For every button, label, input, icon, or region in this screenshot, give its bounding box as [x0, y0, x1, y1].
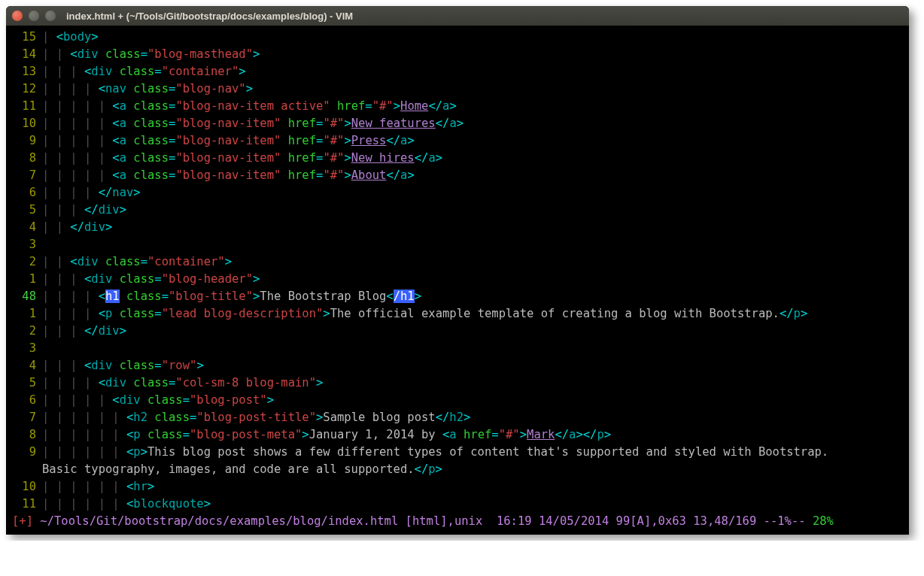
code-line[interactable]: 4| | | <div class="row"> [6, 357, 909, 374]
code-content: | | </div> [42, 219, 909, 236]
line-number: 1 [6, 305, 42, 323]
code-content: | | | | <h1 class="blog-title">The Boots… [42, 288, 909, 305]
line-number: 5 [6, 202, 42, 219]
datetime: 16:19 14/05/2014 [497, 514, 609, 528]
code-line[interactable]: 8| | | | | | <p class="blog-post-meta">J… [6, 426, 909, 444]
code-line[interactable]: Basic typography, images, and code are a… [6, 461, 909, 478]
line-number: 12 [6, 80, 42, 98]
line-number: 9 [6, 132, 42, 150]
code-line[interactable]: 6| | | | | <div class="blog-post"> [6, 392, 909, 409]
line-number: 8 [6, 426, 42, 444]
line-number: 2 [6, 323, 42, 340]
code-line[interactable]: 15| <body> [6, 29, 909, 46]
status-line: [+] ~/Tools/Git/bootstrap/docs/examples/… [6, 513, 909, 530]
code-line[interactable]: 48| | | | <h1 class="blog-title">The Boo… [6, 288, 909, 305]
code-line[interactable]: 5| | | | <div class="col-sm-8 blog-main"… [6, 374, 909, 392]
line-number: 8 [6, 150, 42, 167]
code-content: | | <div class="container"> [42, 253, 909, 271]
code-line[interactable]: 12| | | | <nav class="blog-nav"> [6, 80, 909, 98]
code-content: | | | | </nav> [42, 184, 909, 202]
code-line[interactable]: 7| | | | | <a class="blog-nav-item" href… [6, 167, 909, 184]
percent-1: --1%-- [764, 514, 806, 528]
line-number: 6 [6, 184, 42, 202]
code-content: | | | | | <a class="blog-nav-item active… [42, 98, 909, 115]
code-line[interactable]: 13| | | <div class="container"> [6, 63, 909, 80]
code-content: | | | | | <a class="blog-nav-item" href=… [42, 115, 909, 132]
line-number: 4 [6, 219, 42, 236]
code-content: | | | | <p class="lead blog-description"… [42, 305, 909, 323]
code-line[interactable]: 10| | | | | | <hr> [6, 478, 909, 496]
code-line[interactable]: 7| | | | | | <h2 class="blog-post-title"… [6, 409, 909, 426]
percent-2: 28% [813, 514, 834, 528]
line-number: 7 [6, 167, 42, 184]
code-content: | | | | <nav class="blog-nav"> [42, 80, 909, 98]
code-content [42, 236, 909, 253]
line-number: 48 [6, 288, 42, 305]
cursor-info: 99[A],0x63 13,48/169 [616, 514, 757, 528]
line-number: 5 [6, 374, 42, 392]
line-number: 11 [6, 98, 42, 115]
code-content: | | | | | | <h2 class="blog-post-title">… [42, 409, 909, 426]
code-line[interactable]: 8| | | | | <a class="blog-nav-item" href… [6, 150, 909, 167]
code-line[interactable]: 3 [6, 340, 909, 357]
code-content: | | | <div class="blog-header"> [42, 271, 909, 288]
code-content [42, 340, 909, 357]
code-line[interactable]: 9| | | | | | <p>This blog post shows a f… [6, 444, 909, 461]
line-number: 10 [6, 478, 42, 496]
code-content: | | | | | | <blockquote> [42, 496, 909, 513]
code-line[interactable]: 1| | | | <p class="lead blog-description… [6, 305, 909, 323]
line-number: 3 [6, 340, 42, 357]
code-line[interactable]: 2| | | </div> [6, 323, 909, 340]
line-number: 11 [6, 496, 42, 513]
code-content: | | | | | | <p class="blog-post-meta">Ja… [42, 426, 909, 444]
code-line[interactable]: 6| | | | </nav> [6, 184, 909, 202]
code-content: | | | </div> [42, 323, 909, 340]
modified-flag: [+] [12, 514, 33, 528]
window-title: index.html + (~/Tools/Git/bootstrap/docs… [66, 11, 353, 22]
minimize-icon[interactable] [29, 11, 39, 21]
code-content: | | | | | <a class="blog-nav-item" href=… [42, 150, 909, 167]
code-line[interactable]: 5| | | </div> [6, 202, 909, 219]
code-line[interactable]: 4| | </div> [6, 219, 909, 236]
code-content: | | | | <div class="col-sm-8 blog-main"> [42, 374, 909, 392]
line-number: 15 [6, 29, 42, 46]
code-line[interactable]: 2| | <div class="container"> [6, 253, 909, 271]
code-content: | | | | | <a class="blog-nav-item" href=… [42, 167, 909, 184]
line-number [6, 461, 42, 478]
filetype: [html],unix [406, 514, 483, 528]
editor-area[interactable]: 15| <body>14| | <div class="blog-masthea… [6, 26, 909, 535]
line-number: 4 [6, 357, 42, 374]
line-number: 9 [6, 444, 42, 461]
code-line[interactable]: 14| | <div class="blog-masthead"> [6, 46, 909, 63]
code-content: | | | | | <a class="blog-nav-item" href=… [42, 132, 909, 150]
code-line[interactable]: 11| | | | | <a class="blog-nav-item acti… [6, 98, 909, 115]
line-number: 7 [6, 409, 42, 426]
code-content: | <body> [42, 29, 909, 46]
line-number: 1 [6, 271, 42, 288]
code-content: | | | | | <div class="blog-post"> [42, 392, 909, 409]
code-line[interactable]: 1| | | <div class="blog-header"> [6, 271, 909, 288]
line-number: 3 [6, 236, 42, 253]
code-content: | | | <div class="row"> [42, 357, 909, 374]
line-number: 6 [6, 392, 42, 409]
maximize-icon[interactable] [45, 11, 56, 21]
code-line[interactable]: 10| | | | | <a class="blog-nav-item" hre… [6, 115, 909, 132]
line-number: 14 [6, 46, 42, 63]
line-number: 2 [6, 253, 42, 271]
code-line[interactable]: 3 [6, 236, 909, 253]
vim-window: index.html + (~/Tools/Git/bootstrap/docs… [6, 6, 909, 535]
code-content: | | | | | | <p>This blog post shows a fe… [42, 444, 909, 461]
code-content: | | | </div> [42, 202, 909, 219]
code-line[interactable]: 9| | | | | <a class="blog-nav-item" href… [6, 132, 909, 150]
line-number: 10 [6, 115, 42, 132]
close-icon[interactable] [12, 11, 23, 21]
code-content: | | <div class="blog-masthead"> [42, 46, 909, 63]
code-content: | | | | | | <hr> [42, 478, 909, 496]
file-path: ~/Tools/Git/bootstrap/docs/examples/blog… [40, 514, 398, 528]
code-line[interactable]: 11| | | | | | <blockquote> [6, 496, 909, 513]
code-content: Basic typography, images, and code are a… [42, 461, 909, 478]
titlebar[interactable]: index.html + (~/Tools/Git/bootstrap/docs… [6, 6, 909, 26]
code-content: | | | <div class="container"> [42, 63, 909, 80]
line-number: 13 [6, 63, 42, 80]
